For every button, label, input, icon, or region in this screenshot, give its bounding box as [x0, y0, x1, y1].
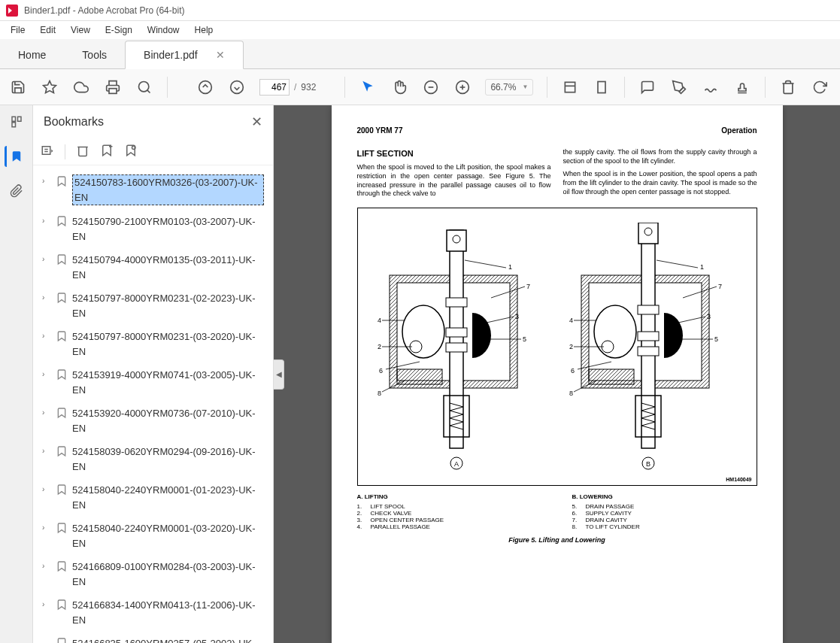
thumbnails-icon[interactable]	[6, 111, 27, 132]
comment-icon[interactable]	[638, 78, 657, 96]
chevron-icon[interactable]: ›	[42, 329, 51, 343]
menu-bar: File Edit View E-Sign Window Help	[0, 21, 840, 39]
diagram-a: 1735 4268 A	[375, 223, 547, 471]
bookmark-label: 524150794-4000YRM0135-(03-2011)-UK-EN	[72, 253, 264, 282]
bookmark-item[interactable]: ›524158039-0620YRM0294-(09-2016)-UK-EN	[39, 440, 267, 478]
bookmark-item[interactable]: ›524153920-4000YRM0736-(07-2010)-UK-EN	[39, 402, 267, 440]
chevron-icon[interactable]: ›	[42, 598, 51, 611]
chevron-icon[interactable]: ›	[42, 444, 51, 458]
bookmarks-icon[interactable]	[5, 146, 26, 167]
page-number: / 932	[259, 79, 316, 96]
svg-text:4: 4	[569, 317, 573, 324]
delete-icon[interactable]	[779, 78, 797, 96]
menu-esign[interactable]: E-Sign	[98, 22, 140, 38]
page-header-left: 2000 YRM 77	[357, 126, 403, 135]
tab-home[interactable]: Home	[0, 41, 64, 68]
bookmark-label: 524158040-2240YRM0001-(01-2023)-UK-EN	[72, 483, 264, 512]
chevron-icon[interactable]: ›	[42, 174, 51, 188]
menu-edit[interactable]: Edit	[32, 22, 63, 38]
bookmarks-panel: Bookmarks ✕ ›524150783-1600YRM0326-(03-2…	[33, 105, 274, 643]
chevron-icon[interactable]: ›	[42, 483, 51, 496]
rotate-icon[interactable]	[811, 78, 829, 96]
bookmark-item[interactable]: ›524150794-4000YRM0135-(03-2011)-UK-EN	[39, 248, 267, 287]
document-area[interactable]: ◀ 2000 YRM 77 Operation LIFT SECTION Whe…	[274, 105, 840, 643]
tab-document[interactable]: Binder1.pdf ✕	[125, 41, 244, 69]
svg-rect-16	[12, 123, 16, 127]
zoom-out-icon[interactable]	[422, 78, 440, 96]
app-icon	[6, 5, 18, 17]
fit-page-icon[interactable]	[593, 78, 611, 96]
figure-legend: A. LIFTING 1.LIFT SPOOL 2.CHECK VALVE 3.…	[357, 493, 757, 530]
select-icon[interactable]	[359, 78, 377, 96]
page-input[interactable]	[259, 79, 290, 96]
svg-rect-31	[446, 328, 467, 337]
bookmark-item[interactable]: ›524150783-1600YRM0326-(03-2007)-UK-EN	[39, 170, 267, 210]
menu-file[interactable]: File	[3, 22, 32, 38]
svg-marker-0	[44, 80, 56, 93]
next-page-icon[interactable]	[228, 78, 246, 96]
find-bookmark-icon[interactable]	[124, 144, 138, 159]
bookmark-icon	[56, 175, 68, 187]
bookmark-item[interactable]: ›524150797-8000YRM0231-(03-2020)-UK-EN	[39, 325, 267, 363]
svg-point-28	[402, 305, 444, 358]
bookmark-icon	[56, 253, 68, 265]
panel-close-icon[interactable]: ✕	[251, 114, 262, 130]
svg-text:8: 8	[569, 390, 573, 397]
svg-text:5: 5	[523, 335, 526, 343]
bookmark-icon	[56, 292, 68, 304]
bookmark-item[interactable]: ›524153919-4000YRM0741-(03-2005)-UK-EN	[39, 363, 267, 402]
figure-ref: HM140049	[726, 477, 751, 482]
svg-text:5: 5	[714, 335, 718, 343]
star-icon[interactable]	[41, 78, 59, 96]
collapse-handle-icon[interactable]: ◀	[274, 359, 284, 390]
menu-view[interactable]: View	[63, 22, 98, 38]
bookmark-icon	[56, 484, 68, 496]
bookmark-item[interactable]: ›524150797-8000YRM0231-(02-2023)-UK-EN	[39, 287, 267, 325]
cloud-icon[interactable]	[72, 78, 90, 96]
chevron-icon[interactable]: ›	[42, 291, 51, 305]
hand-icon[interactable]	[390, 78, 408, 96]
chevron-icon[interactable]: ›	[42, 368, 51, 381]
options-icon[interactable]	[41, 144, 54, 159]
bookmark-item[interactable]: ›524150790-2100YRM0103-(03-2007)-UK-EN	[39, 210, 267, 248]
zoom-dropdown[interactable]: 66.7% ▼	[485, 79, 533, 96]
bookmark-label: 524153920-4000YRM0736-(07-2010)-UK-EN	[72, 406, 264, 435]
bookmark-item[interactable]: ›524166809-0100YRM0284-(03-2003)-UK-EN	[39, 555, 267, 593]
bookmark-item[interactable]: ›524158040-2240YRM0001-(01-2023)-UK-EN	[39, 478, 267, 517]
chevron-icon[interactable]: ›	[42, 214, 51, 228]
bookmark-icon	[56, 330, 68, 342]
search-icon[interactable]	[135, 78, 153, 96]
add-bookmark-icon[interactable]	[100, 144, 114, 159]
bookmark-icon	[56, 560, 68, 572]
bookmark-item[interactable]: ›524166834-1400YRM0413-(11-2006)-UK-EN	[39, 593, 267, 632]
svg-point-22	[132, 146, 136, 150]
svg-text:1: 1	[700, 263, 704, 271]
tab-bar: Home Tools Binder1.pdf ✕	[0, 39, 840, 69]
menu-window[interactable]: Window	[140, 22, 187, 38]
bookmark-item[interactable]: ⌄524166835-1600YRM0257-(05-2002)-UK-EN	[39, 632, 267, 643]
sign-icon[interactable]	[702, 78, 720, 96]
chevron-icon[interactable]: ›	[42, 560, 51, 573]
trash-icon[interactable]	[76, 144, 89, 159]
bookmark-item[interactable]: ›524158040-2240YRM0001-(03-2020)-UK-EN	[39, 517, 267, 555]
highlight-icon[interactable]	[670, 78, 688, 96]
tab-tools[interactable]: Tools	[64, 41, 125, 68]
menu-help[interactable]: Help	[187, 22, 221, 38]
fit-width-icon[interactable]	[561, 78, 579, 96]
prev-page-icon[interactable]	[196, 78, 214, 96]
chevron-icon[interactable]: ›	[42, 521, 51, 535]
print-icon[interactable]	[104, 78, 122, 96]
zoom-in-icon[interactable]	[453, 78, 472, 96]
panel-toolbar	[33, 138, 273, 165]
stamp-icon[interactable]	[733, 78, 751, 96]
attachments-icon[interactable]	[6, 180, 27, 202]
save-icon[interactable]	[9, 78, 27, 96]
zoom-value: 66.7%	[490, 82, 516, 93]
chevron-icon[interactable]: ⌄	[42, 636, 51, 643]
svg-text:8: 8	[378, 390, 381, 397]
chevron-icon[interactable]: ›	[42, 253, 51, 266]
svg-rect-62	[638, 347, 659, 356]
chevron-icon[interactable]: ›	[42, 406, 51, 420]
close-icon[interactable]: ✕	[216, 49, 225, 61]
svg-text:1: 1	[508, 263, 512, 271]
